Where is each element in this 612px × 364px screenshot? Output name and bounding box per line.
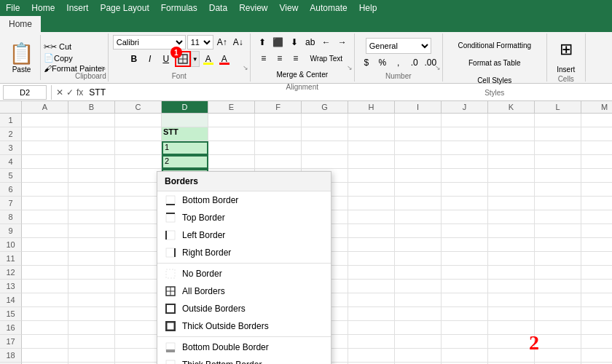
cell-G1[interactable] bbox=[302, 114, 348, 127]
cell-F1[interactable] bbox=[255, 114, 302, 127]
cell-H18[interactable] bbox=[348, 349, 395, 363]
cell-C13[interactable] bbox=[115, 280, 162, 293]
cell-B13[interactable] bbox=[68, 280, 115, 293]
cell-E1[interactable] bbox=[208, 114, 255, 127]
cell-J1[interactable] bbox=[442, 114, 488, 127]
cell-E2[interactable] bbox=[208, 127, 255, 141]
copy-button[interactable]: 📄Copy bbox=[44, 53, 105, 63]
cell-J6[interactable] bbox=[442, 183, 488, 197]
cell-L10[interactable] bbox=[535, 238, 581, 252]
cell-M9[interactable] bbox=[581, 224, 612, 238]
cell-I4[interactable] bbox=[395, 155, 442, 169]
cell-H2[interactable] bbox=[348, 127, 395, 141]
alignment-launch[interactable]: ↘ bbox=[347, 64, 353, 71]
cell-J18[interactable] bbox=[442, 349, 488, 363]
cell-J15[interactable] bbox=[442, 307, 488, 321]
cell-K9[interactable] bbox=[488, 224, 535, 238]
col-H[interactable]: H bbox=[348, 101, 395, 113]
align-top-button[interactable]: ⬆ bbox=[255, 35, 270, 50]
cell-M14[interactable] bbox=[581, 293, 612, 307]
orientation-button[interactable]: ab bbox=[303, 35, 318, 50]
cell-A11[interactable] bbox=[22, 252, 68, 266]
cell-B12[interactable] bbox=[68, 266, 115, 280]
cell-I9[interactable] bbox=[395, 224, 442, 238]
cell-F4[interactable] bbox=[255, 155, 302, 169]
cell-I12[interactable] bbox=[395, 266, 442, 280]
cell-B6[interactable] bbox=[68, 183, 115, 197]
insert-button[interactable]: ⊞ bbox=[552, 35, 581, 64]
cell-K5[interactable] bbox=[488, 169, 535, 183]
cell-M17[interactable] bbox=[581, 335, 612, 349]
col-G[interactable]: G bbox=[302, 101, 348, 113]
cell-L14[interactable] bbox=[535, 293, 581, 307]
percent-button[interactable]: % bbox=[375, 55, 390, 70]
cell-M5[interactable] bbox=[581, 169, 612, 183]
cell-C3[interactable] bbox=[115, 141, 162, 155]
cell-L9[interactable] bbox=[535, 224, 581, 238]
cell-A7[interactable] bbox=[22, 197, 68, 210]
merge-center-button[interactable]: Merge & Center bbox=[273, 67, 332, 82]
cell-K3[interactable] bbox=[488, 141, 535, 155]
cell-B15[interactable] bbox=[68, 307, 115, 321]
cell-J17[interactable] bbox=[442, 335, 488, 349]
cell-H13[interactable] bbox=[348, 280, 395, 293]
cell-B16[interactable] bbox=[68, 321, 115, 335]
italic-button[interactable]: I bbox=[143, 52, 157, 66]
cell-J5[interactable] bbox=[442, 169, 488, 183]
menu-page-layout[interactable]: Page Layout bbox=[100, 3, 149, 13]
cell-L13[interactable] bbox=[535, 280, 581, 293]
cell-H9[interactable] bbox=[348, 224, 395, 238]
cell-C7[interactable] bbox=[115, 197, 162, 210]
cell-I16[interactable] bbox=[395, 321, 442, 335]
cell-A13[interactable] bbox=[22, 280, 68, 293]
cell-E3[interactable] bbox=[208, 141, 255, 155]
cell-A3[interactable] bbox=[22, 141, 68, 155]
cell-C4[interactable] bbox=[115, 155, 162, 169]
cell-I15[interactable] bbox=[395, 307, 442, 321]
cell-L12[interactable] bbox=[535, 266, 581, 280]
cell-J7[interactable] bbox=[442, 197, 488, 210]
cell-M16[interactable] bbox=[581, 321, 612, 335]
col-E[interactable]: E bbox=[208, 101, 255, 113]
cell-L18[interactable] bbox=[535, 349, 581, 363]
cell-K16[interactable] bbox=[488, 321, 535, 335]
indent-increase-button[interactable]: → bbox=[335, 35, 350, 50]
cell-E4[interactable] bbox=[208, 155, 255, 169]
cell-B3[interactable] bbox=[68, 141, 115, 155]
cell-L7[interactable] bbox=[535, 197, 581, 210]
paste-button[interactable]: 📋 Paste bbox=[3, 35, 41, 80]
cell-L8[interactable] bbox=[535, 210, 581, 224]
cell-C9[interactable] bbox=[115, 224, 162, 238]
align-right-button[interactable]: ≡ bbox=[289, 51, 303, 66]
cell-L3[interactable] bbox=[535, 141, 581, 155]
cell-I13[interactable] bbox=[395, 280, 442, 293]
right-border-item[interactable]: Right Border bbox=[157, 244, 331, 261]
cell-I6[interactable] bbox=[395, 183, 442, 197]
cell-H1[interactable] bbox=[348, 114, 395, 127]
cell-B2[interactable] bbox=[68, 127, 115, 141]
col-C[interactable]: C bbox=[115, 101, 162, 113]
cell-J4[interactable] bbox=[442, 155, 488, 169]
cell-K14[interactable] bbox=[488, 293, 535, 307]
cell-I11[interactable] bbox=[395, 252, 442, 266]
decrease-font-button[interactable]: A↓ bbox=[231, 35, 246, 50]
cell-M6[interactable] bbox=[581, 183, 612, 197]
cell-L2[interactable] bbox=[535, 127, 581, 141]
all-borders-item[interactable]: All Borders bbox=[157, 282, 331, 300]
cell-C18[interactable] bbox=[115, 349, 162, 363]
cell-B4[interactable] bbox=[68, 155, 115, 169]
cell-B5[interactable] bbox=[68, 169, 115, 183]
cell-I1[interactable] bbox=[395, 114, 442, 127]
menu-formulas[interactable]: Formulas bbox=[161, 3, 197, 13]
wrap-text-button[interactable]: Wrap Text bbox=[305, 51, 348, 66]
cancel-icon[interactable]: ✕ bbox=[56, 87, 63, 98]
cell-C17[interactable] bbox=[115, 335, 162, 349]
cell-I3[interactable] bbox=[395, 141, 442, 155]
cell-A9[interactable] bbox=[22, 224, 68, 238]
formula-input[interactable] bbox=[86, 87, 609, 98]
cell-C14[interactable] bbox=[115, 293, 162, 307]
cell-I2[interactable] bbox=[395, 127, 442, 141]
cell-B14[interactable] bbox=[68, 293, 115, 307]
cell-J14[interactable] bbox=[442, 293, 488, 307]
no-border-item[interactable]: No Border bbox=[157, 265, 331, 282]
